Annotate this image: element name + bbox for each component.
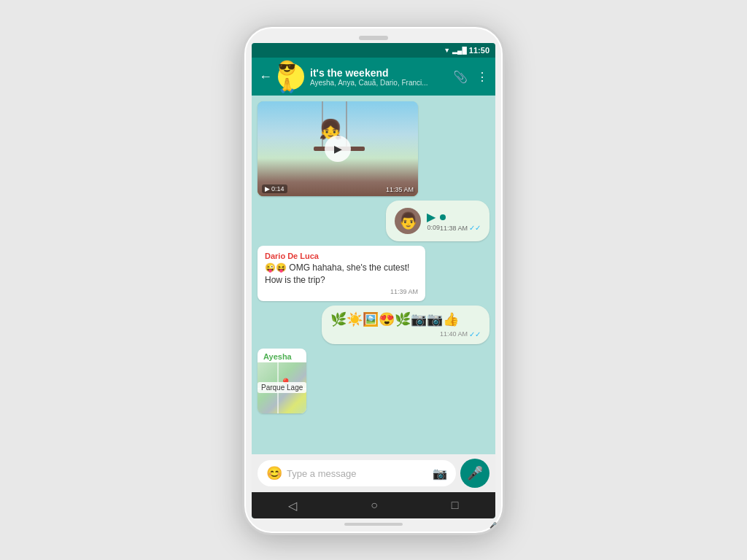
read-ticks: ✓✓ bbox=[469, 224, 481, 232]
map-message[interactable]: Ayesha Parque Lage 📍 bbox=[258, 349, 306, 413]
voice-play-button[interactable]: ▶ bbox=[427, 210, 436, 224]
message-text-dario: 😜😝 OMG hahaha, she's the cutest! How is … bbox=[265, 262, 418, 287]
mic-button[interactable]: 🎤 bbox=[460, 459, 489, 488]
emoji-time: 11:40 AM bbox=[440, 330, 468, 338]
video-message[interactable]: 👧 ▶ ▶0:14 11:35 AM bbox=[258, 101, 418, 196]
voice-footer: 0:09 11:38 AM ✓✓ bbox=[427, 224, 481, 232]
input-bar: 😊 Type a message 📷 🎤 bbox=[252, 454, 495, 492]
recents-nav-button[interactable]: □ bbox=[452, 499, 459, 512]
voice-timestamp: 11:38 AM bbox=[440, 225, 468, 232]
back-button[interactable]: ← bbox=[259, 69, 272, 85]
message-input-field[interactable]: 😊 Type a message 📷 bbox=[258, 460, 456, 486]
group-name[interactable]: it's the weekend bbox=[310, 67, 447, 79]
voice-message[interactable]: 👨 ▶ 0:09 bbox=[386, 201, 489, 241]
message-placeholder[interactable]: Type a message bbox=[287, 468, 428, 479]
header-actions: 📎 ⋮ bbox=[453, 70, 488, 84]
status-bar: ▼ ▂▄█ 11:50 bbox=[252, 43, 495, 58]
phone-screen: ▼ ▂▄█ 11:50 ← 😎🙏 it's the weekend Ayesha… bbox=[252, 43, 495, 518]
emoji-footer: 11:40 AM ✓✓ bbox=[330, 330, 481, 338]
participants-list: Ayesha, Anya, Cauã, Dario, Franci... bbox=[310, 79, 447, 87]
chat-area: 👧 ▶ ▶0:14 11:35 AM 👨 ▶ bbox=[252, 96, 495, 454]
phone-home-bar bbox=[344, 523, 403, 526]
message-footer-dario: 11:39 AM bbox=[265, 288, 418, 295]
text-message-dario: Dario De Luca 😜😝 OMG hahaha, she's the c… bbox=[258, 246, 425, 301]
emoji-ticks: ✓✓ bbox=[469, 330, 481, 338]
mic-icon: 🎤 bbox=[467, 465, 483, 481]
video-timestamp: 11:35 AM bbox=[386, 186, 414, 193]
message-time-dario: 11:39 AM bbox=[390, 288, 418, 295]
attachment-icon[interactable]: 📎 bbox=[453, 70, 468, 84]
sender-name-ayesha: Ayesha bbox=[258, 349, 306, 362]
emoji-message: 🌿☀️🖼️😍🌿📷📷👍 11:40 AM ✓✓ bbox=[322, 306, 489, 344]
more-options-icon[interactable]: ⋮ bbox=[476, 70, 488, 84]
home-nav-button[interactable]: ○ bbox=[371, 499, 378, 512]
phone-device: ▼ ▂▄█ 11:50 ← 😎🙏 it's the weekend Ayesha… bbox=[242, 25, 505, 535]
video-thumbnail: 👧 ▶ ▶0:14 11:35 AM bbox=[258, 101, 418, 196]
voice-progress-dot bbox=[440, 214, 446, 220]
video-play-button[interactable]: ▶ bbox=[325, 136, 351, 162]
header-info: it's the weekend Ayesha, Anya, Cauã, Dar… bbox=[310, 67, 447, 87]
map-location-label: Parque Lage bbox=[258, 382, 306, 393]
voice-waveform bbox=[440, 214, 447, 220]
back-nav-button[interactable]: ◁ bbox=[288, 499, 297, 513]
wifi-icon: ▼ bbox=[444, 47, 450, 54]
emoji-content: 🌿☀️🖼️😍🌿📷📷👍 bbox=[330, 311, 459, 327]
status-icons: ▼ ▂▄█ 11:50 bbox=[444, 46, 489, 55]
camera-button[interactable]: 📷 bbox=[433, 467, 447, 481]
chat-header: ← 😎🙏 it's the weekend Ayesha, Anya, Cauã… bbox=[252, 58, 495, 96]
map-view: Parque Lage 📍 bbox=[258, 362, 306, 413]
phone-speaker bbox=[359, 36, 388, 40]
emoji-button[interactable]: 😊 bbox=[266, 465, 282, 481]
voice-time: 11:38 AM ✓✓ bbox=[440, 224, 481, 232]
voice-duration: 0:09 bbox=[427, 224, 440, 232]
voice-controls: ▶ 0:09 11:38 AM ✓✓ bbox=[427, 210, 481, 232]
group-avatar: 😎🙏 bbox=[278, 63, 304, 90]
status-time: 11:50 bbox=[469, 46, 489, 55]
sender-name-dario: Dario De Luca bbox=[265, 252, 418, 260]
signal-icon: ▂▄█ bbox=[452, 47, 467, 54]
bottom-navigation: ◁ ○ □ bbox=[252, 492, 495, 518]
voice-sender-avatar: 👨 bbox=[395, 208, 421, 234]
video-duration: ▶0:14 bbox=[262, 184, 287, 193]
group-emoji: 😎🙏 bbox=[278, 59, 304, 94]
